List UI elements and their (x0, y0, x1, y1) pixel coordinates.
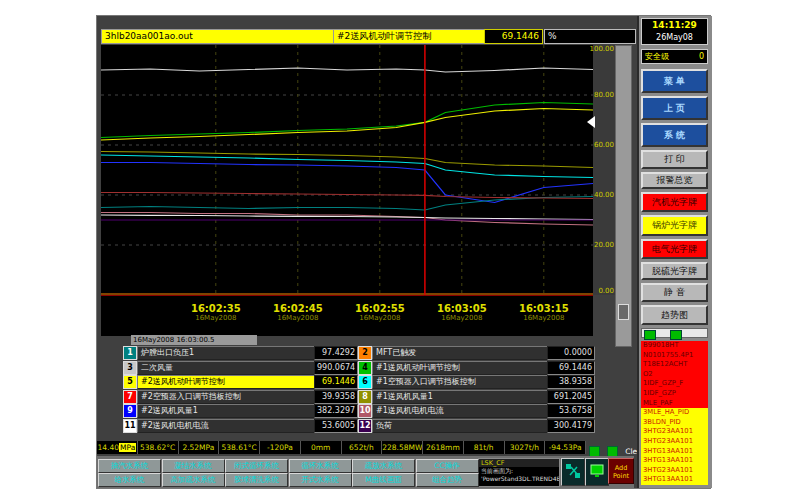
message-box: LSK_CF 当前画面为: 'PowerStand3DL.TREND4B.src… (478, 458, 560, 487)
scrollbar-thumb[interactable] (618, 304, 629, 320)
pen-value: 0.0000 (547, 346, 595, 360)
alarm-tag[interactable]: 3HTG23AA101 (641, 466, 708, 476)
electrical-annunciator-button[interactable]: 电气光字牌 (641, 239, 708, 259)
trend-app-window: 3hlb20aa001ao.out #2送风机动叶调节控制 69.1446 % … (96, 15, 711, 489)
alarm-tag[interactable]: T18E12ACHT (641, 360, 708, 370)
menu-button[interactable]: 菜 单 (641, 69, 708, 93)
toolbar-button[interactable]: 疏放水系统 (352, 459, 415, 473)
security-level-label: 安全级 (645, 50, 669, 63)
time-tick: 16:02:3516May2008 (191, 303, 241, 322)
alarm-tag[interactable]: N0101755.4P1 (641, 351, 708, 361)
y-axis: 100.0080.0060.0040.0020.000.00 (593, 45, 615, 295)
status-value: 538.62°C (138, 441, 179, 454)
prev-page-button[interactable]: 上 页 (641, 96, 708, 120)
pen-label[interactable]: #2送风机电机电流 (137, 419, 317, 433)
tick-date: 16May2008 (273, 314, 323, 322)
alarm-tag[interactable]: B99018HT (641, 341, 708, 351)
turbine-annunciator-button[interactable]: 汽机光字牌 (641, 192, 708, 212)
pen-number: 5 (123, 375, 137, 389)
trend-line-pen-3 (101, 68, 593, 72)
alarm-tag[interactable]: 3HTG13AA101 (641, 456, 708, 466)
alarm-tag[interactable]: 1IDF_GZP (641, 389, 708, 399)
tick-date: 16May2008 (191, 314, 241, 322)
link-status-indicators (641, 328, 708, 338)
toolbar-button[interactable]: 循环水系统 (289, 459, 352, 473)
message-line: 当前画面为: (479, 467, 559, 475)
pen-label[interactable]: #2送风机风量1 (137, 404, 317, 418)
network-icon[interactable] (561, 458, 585, 486)
pen-label[interactable]: MFT已触发 (372, 346, 550, 360)
toolbar-button[interactable]: 闭式循环系统 (225, 459, 288, 473)
link-ok-icon (670, 330, 682, 340)
print-button[interactable]: 打 印 (641, 150, 708, 169)
alarm-tag[interactable]: O2 (641, 370, 708, 380)
pen-number: 8 (358, 390, 372, 404)
pen-number: 11 (123, 419, 137, 433)
trend-line-pen-1 (101, 197, 593, 211)
pen-label[interactable]: #2空预器入口调节挡板控制 (137, 390, 317, 404)
alarm-tag[interactable]: 1IDF_GZP_F (641, 379, 708, 389)
security-level-value: 0 (699, 50, 704, 63)
alarm-tag[interactable]: 3HTG23AA101 (641, 437, 708, 447)
toolbar-button[interactable]: CC操作 (416, 459, 479, 473)
trend-button[interactable]: 趋势图 (641, 305, 708, 325)
add-point-button[interactable]: Add Point (608, 458, 634, 484)
point-description-field[interactable]: #2送风机动叶调节控制 (333, 29, 488, 44)
screen-nav-toolbar: LSK_CF 当前画面为: 'PowerStand3DL.TREND4B.src… (97, 456, 634, 488)
pen-label[interactable]: #1送风机电机电流 (372, 404, 550, 418)
point-unit-field: % (544, 29, 636, 44)
boiler-annunciator-button[interactable]: 锅炉光字牌 (641, 215, 708, 236)
alarm-tag[interactable]: MLE_PAF (641, 399, 708, 409)
time-tick: 16:02:4516May2008 (273, 303, 323, 322)
toolbar-button[interactable]: 胶球清洗系统 (225, 473, 288, 487)
point-tag-field[interactable]: 3hlb20aa001ao.out (101, 29, 337, 44)
pen-label[interactable]: #1送风机风量1 (372, 390, 550, 404)
monitor-icon[interactable] (585, 458, 609, 486)
system-button[interactable]: 系 统 (641, 123, 708, 147)
pen-number: 3 (123, 361, 137, 375)
pen-value: 300.4179 (547, 419, 595, 433)
trend-chart[interactable] (101, 45, 593, 295)
alarm-tag[interactable]: 3HTG23AA101 (641, 427, 708, 437)
y-axis-label: 20.00 (594, 241, 614, 249)
pen-label[interactable]: 二次风量 (137, 361, 317, 375)
clock: 14:11:29 (642, 19, 707, 32)
alarm-tag[interactable]: 3BLDN_PID (641, 418, 708, 428)
toolbar-button[interactable]: 给水系统 (98, 473, 161, 487)
pen-value: 69.1446 (314, 375, 358, 389)
pen-label[interactable]: 炉膛出口负压1 (137, 346, 317, 360)
toolbar-button[interactable]: 高加疏水系统 (162, 473, 225, 487)
pen-value: 38.9358 (547, 375, 595, 389)
alarm-tag[interactable]: 3HTG13AA101 (641, 475, 708, 485)
status-value: -94.53Pa (545, 441, 586, 454)
toolbar-button[interactable]: 组合趋势 (416, 473, 479, 487)
point-value-field: 69.1446 (484, 29, 543, 44)
pen-value: 53.6005 (314, 419, 358, 433)
message-title: LSK_CF (479, 459, 559, 467)
trend-line-pen-4 (101, 103, 593, 138)
pen-value: 53.6758 (547, 404, 595, 418)
toolbar-button[interactable]: M曲线画面 (352, 473, 415, 487)
pen-label[interactable]: #1空预器入口调节挡板控制 (372, 375, 550, 389)
toolbar-button[interactable]: 开式水系统 (289, 473, 352, 487)
cursor-value-marker-icon[interactable] (587, 116, 595, 128)
y-axis-label: 60.00 (594, 141, 614, 149)
toolbar-button[interactable]: 凝结水系统 (162, 459, 225, 473)
message-line: 'PowerStand3DL.TREND4B.src' (479, 475, 559, 483)
alarm-summary-button[interactable]: 报警总览 (641, 172, 708, 189)
tick-time: 16:03:05 (437, 303, 487, 314)
fgd-annunciator-button[interactable]: 脱硫光字牌 (641, 262, 708, 280)
toolbar-button[interactable]: 抽汽水系统 (98, 459, 161, 473)
link-ok-icon (644, 330, 656, 340)
y-axis-label: 100.00 (590, 45, 615, 53)
alarm-tag[interactable]: 3MLE_HA_PID (641, 408, 708, 418)
vertical-scrollbar[interactable] (615, 45, 632, 347)
pen-label[interactable]: 负荷 (372, 419, 550, 433)
status-value: 2618mm (423, 441, 464, 454)
tick-time: 16:03:15 (519, 303, 569, 314)
alarm-tag[interactable]: 3HTG13AA101 (641, 447, 708, 457)
pen-label[interactable]: #1送风机动叶调节控制 (372, 361, 550, 375)
pen-label[interactable]: #2送风机动叶调节控制 (137, 375, 317, 389)
time-tick: 16:03:1516May2008 (519, 303, 569, 322)
mute-button[interactable]: 静 音 (641, 283, 708, 302)
